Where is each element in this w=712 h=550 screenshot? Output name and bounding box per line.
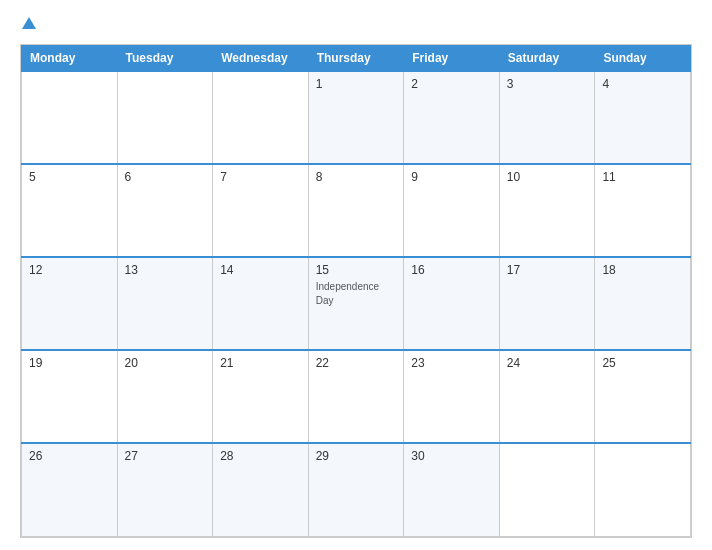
calendar-cell: 26 — [22, 443, 118, 536]
calendar-cell: 2 — [404, 71, 500, 164]
calendar-cell: 8 — [308, 164, 404, 257]
calendar-cell: 10 — [499, 164, 595, 257]
calendar-cell — [117, 71, 213, 164]
day-number: 11 — [602, 170, 683, 184]
weekday-header-friday: Friday — [404, 46, 500, 72]
day-number: 21 — [220, 356, 301, 370]
day-number: 7 — [220, 170, 301, 184]
week-row-4: 19202122232425 — [22, 350, 691, 443]
calendar-cell: 3 — [499, 71, 595, 164]
day-number: 6 — [125, 170, 206, 184]
day-number: 19 — [29, 356, 110, 370]
weekday-header-sunday: Sunday — [595, 46, 691, 72]
day-number: 28 — [220, 449, 301, 463]
calendar-cell: 14 — [213, 257, 309, 350]
day-number: 26 — [29, 449, 110, 463]
day-number: 1 — [316, 77, 397, 91]
calendar-cell: 27 — [117, 443, 213, 536]
day-number: 24 — [507, 356, 588, 370]
calendar-cell: 17 — [499, 257, 595, 350]
calendar-cell: 4 — [595, 71, 691, 164]
weekday-header-monday: Monday — [22, 46, 118, 72]
calendar-cell: 15Independence Day — [308, 257, 404, 350]
day-number: 29 — [316, 449, 397, 463]
calendar-cell: 22 — [308, 350, 404, 443]
weekday-header-thursday: Thursday — [308, 46, 404, 72]
week-row-5: 2627282930 — [22, 443, 691, 536]
calendar-cell: 30 — [404, 443, 500, 536]
day-number: 17 — [507, 263, 588, 277]
calendar-cell: 9 — [404, 164, 500, 257]
calendar-cell: 28 — [213, 443, 309, 536]
page: MondayTuesdayWednesdayThursdayFridaySatu… — [0, 0, 712, 550]
calendar-cell: 21 — [213, 350, 309, 443]
calendar-cell: 29 — [308, 443, 404, 536]
calendar-cell: 1 — [308, 71, 404, 164]
day-number: 8 — [316, 170, 397, 184]
day-number: 10 — [507, 170, 588, 184]
day-number: 2 — [411, 77, 492, 91]
calendar-cell: 16 — [404, 257, 500, 350]
calendar-cell — [213, 71, 309, 164]
logo-triangle-icon — [22, 17, 36, 29]
header — [20, 18, 692, 30]
day-number: 13 — [125, 263, 206, 277]
day-number: 23 — [411, 356, 492, 370]
calendar-cell — [499, 443, 595, 536]
calendar-cell: 13 — [117, 257, 213, 350]
weekday-header-wednesday: Wednesday — [213, 46, 309, 72]
day-number: 14 — [220, 263, 301, 277]
calendar-cell: 7 — [213, 164, 309, 257]
day-number: 25 — [602, 356, 683, 370]
calendar-cell: 18 — [595, 257, 691, 350]
calendar-cell: 20 — [117, 350, 213, 443]
day-number: 20 — [125, 356, 206, 370]
day-number: 9 — [411, 170, 492, 184]
weekday-header-saturday: Saturday — [499, 46, 595, 72]
calendar-cell: 24 — [499, 350, 595, 443]
day-number: 3 — [507, 77, 588, 91]
weekday-header-tuesday: Tuesday — [117, 46, 213, 72]
calendar-cell: 25 — [595, 350, 691, 443]
calendar-cell: 12 — [22, 257, 118, 350]
week-row-3: 12131415Independence Day161718 — [22, 257, 691, 350]
day-number: 18 — [602, 263, 683, 277]
day-number: 12 — [29, 263, 110, 277]
day-number: 16 — [411, 263, 492, 277]
calendar-cell: 6 — [117, 164, 213, 257]
week-row-1: 1234 — [22, 71, 691, 164]
event-label: Independence Day — [316, 281, 379, 306]
day-number: 5 — [29, 170, 110, 184]
calendar-cell — [595, 443, 691, 536]
weekday-header-row: MondayTuesdayWednesdayThursdayFridaySatu… — [22, 46, 691, 72]
calendar-cell: 11 — [595, 164, 691, 257]
day-number: 30 — [411, 449, 492, 463]
day-number: 27 — [125, 449, 206, 463]
calendar-cell: 19 — [22, 350, 118, 443]
logo — [20, 18, 36, 30]
day-number: 22 — [316, 356, 397, 370]
calendar-table: MondayTuesdayWednesdayThursdayFridaySatu… — [21, 45, 691, 537]
calendar-cell: 23 — [404, 350, 500, 443]
day-number: 4 — [602, 77, 683, 91]
day-number: 15 — [316, 263, 397, 277]
calendar-cell — [22, 71, 118, 164]
week-row-2: 567891011 — [22, 164, 691, 257]
calendar: MondayTuesdayWednesdayThursdayFridaySatu… — [20, 44, 692, 538]
calendar-cell: 5 — [22, 164, 118, 257]
